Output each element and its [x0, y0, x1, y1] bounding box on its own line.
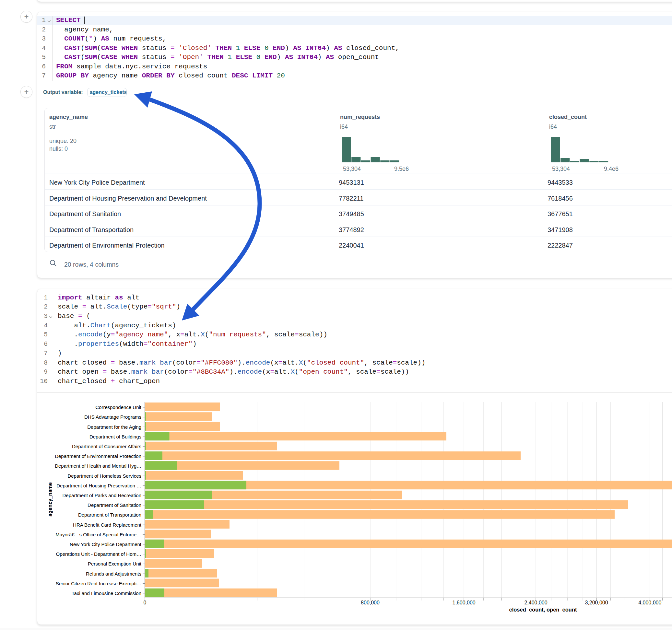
svg-text:Department of Homeless Service: Department of Homeless Services	[67, 473, 141, 479]
svg-text:Refunds and Adjustments: Refunds and Adjustments	[86, 571, 141, 577]
svg-text:closed_count, open_count: closed_count, open_count	[509, 607, 577, 612]
svg-text:2,400,000: 2,400,000	[524, 600, 547, 605]
svg-text:HRA Benefit Card Replacement: HRA Benefit Card Replacement	[73, 522, 142, 528]
svg-text:DHS Advantage Programs: DHS Advantage Programs	[84, 414, 141, 420]
svg-text:0: 0	[144, 600, 146, 605]
svg-text:Operations Unit - Department o: Operations Unit - Department of Hom…	[56, 551, 141, 557]
svg-text:Department of Environmental Pr: Department of Environmental Protection	[55, 453, 141, 459]
svg-text:Department of Sanitation: Department of Sanitation	[88, 502, 141, 508]
svg-text:agency_name: agency_name	[47, 482, 53, 516]
svg-text:New York City Police Departmen: New York City Police Department	[70, 541, 142, 547]
svg-text:Department for the Aging: Department for the Aging	[87, 424, 141, 430]
svg-text:Department of Transportation: Department of Transportation	[78, 512, 141, 517]
svg-text:Department of Health and Menta: Department of Health and Mental Hyg…	[55, 463, 141, 468]
svg-text:Mayorâ€ s Office of Special En: Mayorâ€ s Office of Special Enforce…	[55, 532, 141, 537]
svg-text:800,000: 800,000	[361, 600, 380, 605]
svg-text:3,200,000: 3,200,000	[585, 600, 608, 605]
svg-text:Correspondence Unit: Correspondence Unit	[95, 405, 142, 410]
svg-text:Department of Parks and Recrea: Department of Parks and Recreation	[63, 492, 141, 498]
svg-text:Senior Citizen Rent Increase E: Senior Citizen Rent Increase Exempti…	[56, 581, 141, 586]
svg-text:Personal Exemption Unit: Personal Exemption Unit	[88, 561, 142, 566]
svg-text:4,000,000: 4,000,000	[638, 600, 661, 605]
svg-text:Department of Buildings: Department of Buildings	[90, 434, 141, 439]
svg-text:1,600,000: 1,600,000	[453, 600, 476, 605]
svg-text:Department of Housing Preserva: Department of Housing Preservation …	[56, 483, 141, 488]
svg-text:Department of Consumer Affairs: Department of Consumer Affairs	[72, 444, 141, 449]
svg-text:Taxi and Limousine Commission: Taxi and Limousine Commission	[72, 590, 141, 596]
